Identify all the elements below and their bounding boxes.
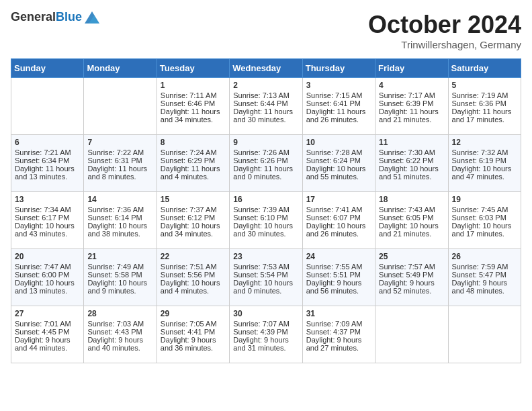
sunrise-text: Sunrise: 7:01 AM <box>15 320 71 328</box>
calendar-cell: 21Sunrise: 7:49 AMSunset: 5:58 PMDayligh… <box>84 249 157 306</box>
sunset-text: Sunset: 5:49 PM <box>379 271 433 279</box>
sunset-text: Sunset: 4:45 PM <box>15 328 69 336</box>
page-header: GeneralBlue October 2024 Trinwillershage… <box>11 11 521 50</box>
sunset-text: Sunset: 6:07 PM <box>306 214 361 222</box>
week-row-3: 13Sunrise: 7:34 AMSunset: 6:17 PMDayligh… <box>11 192 521 249</box>
day-number: 8 <box>161 138 226 147</box>
daylight-text: Daylight: 10 hours and 21 minutes. <box>379 222 439 238</box>
calendar-cell: 16Sunrise: 7:39 AMSunset: 6:10 PMDayligh… <box>230 192 302 249</box>
sunset-text: Sunset: 6:03 PM <box>452 214 506 222</box>
sunset-text: Sunset: 4:37 PM <box>306 328 361 336</box>
day-number: 10 <box>306 138 371 147</box>
header-day-saturday: Saturday <box>448 59 521 78</box>
day-number: 12 <box>452 138 517 147</box>
sunrise-text: Sunrise: 7:22 AM <box>87 148 144 156</box>
header-day-monday: Monday <box>84 59 157 78</box>
header-day-sunday: Sunday <box>11 59 84 78</box>
daylight-text: Daylight: 11 hours and 21 minutes. <box>379 107 439 124</box>
header-row: SundayMondayTuesdayWednesdayThursdayFrid… <box>11 59 521 78</box>
week-row-2: 6Sunrise: 7:21 AMSunset: 6:34 PMDaylight… <box>11 135 521 192</box>
day-number: 23 <box>233 252 298 261</box>
day-number: 31 <box>306 309 371 318</box>
daylight-text: Daylight: 10 hours and 47 minutes. <box>452 165 512 181</box>
sunset-text: Sunset: 6:34 PM <box>15 156 69 165</box>
sunrise-text: Sunrise: 7:19 AM <box>452 91 508 99</box>
sunrise-text: Sunrise: 7:15 AM <box>306 91 363 99</box>
calendar-cell: 10Sunrise: 7:28 AMSunset: 6:24 PMDayligh… <box>302 135 375 192</box>
daylight-text: Daylight: 10 hours and 38 minutes. <box>87 222 147 238</box>
sunset-text: Sunset: 6:29 PM <box>161 156 215 165</box>
daylight-text: Daylight: 9 hours and 56 minutes. <box>306 279 362 295</box>
calendar-cell: 22Sunrise: 7:51 AMSunset: 5:56 PMDayligh… <box>157 249 229 306</box>
sunrise-text: Sunrise: 7:39 AM <box>233 205 290 214</box>
sunrise-text: Sunrise: 7:37 AM <box>161 205 217 214</box>
sunset-text: Sunset: 6:05 PM <box>379 214 433 222</box>
daylight-text: Daylight: 11 hours and 17 minutes. <box>452 107 512 124</box>
daylight-text: Daylight: 9 hours and 36 minutes. <box>161 336 216 352</box>
sunset-text: Sunset: 6:31 PM <box>87 156 142 165</box>
sunset-text: Sunset: 6:17 PM <box>15 214 69 222</box>
location: Trinwillershagen, Germany <box>368 39 521 50</box>
calendar-cell: 3Sunrise: 7:15 AMSunset: 6:41 PMDaylight… <box>302 78 375 135</box>
calendar-cell: 13Sunrise: 7:34 AMSunset: 6:17 PMDayligh… <box>11 192 84 249</box>
header-day-tuesday: Tuesday <box>157 59 229 78</box>
logo-text: GeneralBlue <box>11 11 82 24</box>
day-number: 16 <box>233 195 298 204</box>
calendar-cell: 4Sunrise: 7:17 AMSunset: 6:39 PMDaylight… <box>375 78 448 135</box>
sunset-text: Sunset: 5:58 PM <box>87 271 142 279</box>
day-number: 11 <box>379 138 444 147</box>
sunset-text: Sunset: 6:26 PM <box>233 156 287 165</box>
day-number: 7 <box>87 138 152 147</box>
sunrise-text: Sunrise: 7:55 AM <box>306 263 363 271</box>
day-number: 25 <box>379 252 444 261</box>
sunset-text: Sunset: 4:43 PM <box>87 328 142 336</box>
calendar-cell <box>448 306 521 363</box>
sunset-text: Sunset: 6:46 PM <box>161 99 215 107</box>
calendar-cell: 7Sunrise: 7:22 AMSunset: 6:31 PMDaylight… <box>84 135 157 192</box>
calendar-cell: 30Sunrise: 7:07 AMSunset: 4:39 PMDayligh… <box>230 306 302 363</box>
sunrise-text: Sunrise: 7:26 AM <box>233 148 290 156</box>
sunrise-text: Sunrise: 7:21 AM <box>15 148 71 156</box>
calendar-cell: 9Sunrise: 7:26 AMSunset: 6:26 PMDaylight… <box>230 135 302 192</box>
week-row-5: 27Sunrise: 7:01 AMSunset: 4:45 PMDayligh… <box>11 306 521 363</box>
sunset-text: Sunset: 6:22 PM <box>379 156 433 165</box>
sunset-text: Sunset: 6:24 PM <box>306 156 361 165</box>
day-number: 19 <box>452 195 517 204</box>
sunset-text: Sunset: 5:47 PM <box>452 271 506 279</box>
day-number: 1 <box>161 81 226 90</box>
calendar-cell: 23Sunrise: 7:53 AMSunset: 5:54 PMDayligh… <box>230 249 302 306</box>
calendar-cell: 2Sunrise: 7:13 AMSunset: 6:44 PMDaylight… <box>230 78 302 135</box>
calendar-cell <box>84 78 157 135</box>
calendar-cell: 17Sunrise: 7:41 AMSunset: 6:07 PMDayligh… <box>302 192 375 249</box>
logo-general: General <box>11 10 56 24</box>
calendar-cell: 25Sunrise: 7:57 AMSunset: 5:49 PMDayligh… <box>375 249 448 306</box>
daylight-text: Daylight: 10 hours and 30 minutes. <box>233 222 293 238</box>
sunset-text: Sunset: 5:51 PM <box>306 271 361 279</box>
daylight-text: Daylight: 10 hours and 51 minutes. <box>379 165 439 181</box>
daylight-text: Daylight: 11 hours and 4 minutes. <box>161 165 220 181</box>
daylight-text: Daylight: 10 hours and 9 minutes. <box>87 279 147 295</box>
sunset-text: Sunset: 6:39 PM <box>379 99 433 107</box>
sunrise-text: Sunrise: 7:17 AM <box>379 91 435 99</box>
sunset-text: Sunset: 6:41 PM <box>306 99 361 107</box>
day-number: 6 <box>15 138 80 147</box>
sunset-text: Sunset: 6:12 PM <box>161 214 215 222</box>
calendar-cell: 12Sunrise: 7:32 AMSunset: 6:19 PMDayligh… <box>448 135 521 192</box>
logo-blue: Blue <box>56 10 82 24</box>
calendar-cell: 29Sunrise: 7:05 AMSunset: 4:41 PMDayligh… <box>157 306 229 363</box>
daylight-text: Daylight: 11 hours and 0 minutes. <box>233 165 293 181</box>
logo-icon <box>85 11 99 24</box>
calendar-cell: 26Sunrise: 7:59 AMSunset: 5:47 PMDayligh… <box>448 249 521 306</box>
daylight-text: Daylight: 10 hours and 13 minutes. <box>15 279 75 295</box>
header-day-wednesday: Wednesday <box>230 59 302 78</box>
sunrise-text: Sunrise: 7:43 AM <box>379 205 435 214</box>
day-number: 2 <box>233 81 298 90</box>
day-number: 27 <box>15 309 80 318</box>
calendar-cell: 6Sunrise: 7:21 AMSunset: 6:34 PMDaylight… <box>11 135 84 192</box>
sunrise-text: Sunrise: 7:51 AM <box>161 263 217 271</box>
daylight-text: Daylight: 9 hours and 48 minutes. <box>452 279 508 295</box>
sunrise-text: Sunrise: 7:07 AM <box>233 320 290 328</box>
day-number: 24 <box>306 252 371 261</box>
sunrise-text: Sunrise: 7:30 AM <box>379 148 435 156</box>
sunrise-text: Sunrise: 7:53 AM <box>233 263 290 271</box>
